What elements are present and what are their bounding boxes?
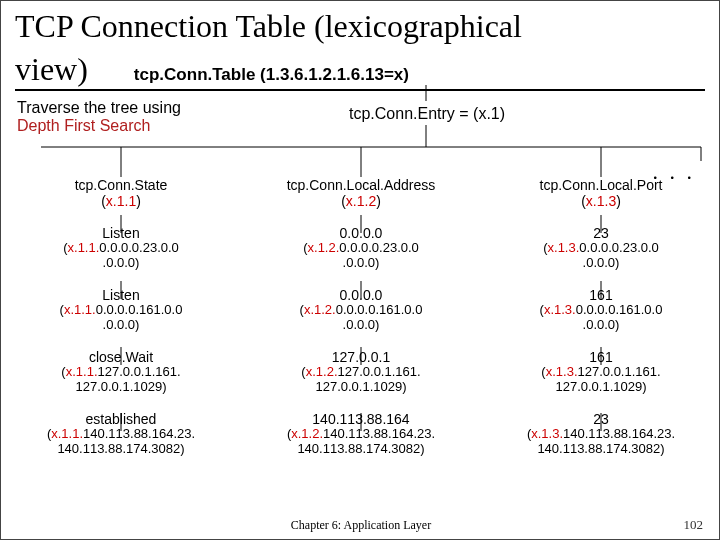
column-head-name: tcp.Conn.Local.Address	[241, 177, 481, 193]
node-oid: (x.1.2.0.0.0.0.23.0.0	[241, 241, 481, 256]
conn-entry-label: tcp.Conn.Entry = (x.1)	[349, 105, 505, 123]
node-oid-red: x.1.2.	[306, 364, 338, 379]
node-oid-cont: 140.113.88.174.3082)	[481, 442, 720, 457]
column-head-oid: (x.1.1)	[1, 193, 241, 209]
tree-node: 161(x.1.3.127.0.0.1.161.127.0.0.1.1029)	[481, 349, 720, 395]
node-oid: (x.1.3.0.0.0.0.161.0.0	[481, 303, 720, 318]
node-oid: (x.1.3.0.0.0.0.23.0.0	[481, 241, 720, 256]
node-value: 127.0.0.1	[241, 349, 481, 365]
node-oid-red: x.1.3.	[544, 302, 576, 317]
node-oid-cont: 140.113.88.174.3082)	[241, 442, 481, 457]
node-oid: (x.1.2.0.0.0.0.161.0.0	[241, 303, 481, 318]
tree-node: 23(x.1.3.140.113.88.164.23.140.113.88.17…	[481, 411, 720, 457]
node-oid-red: x.1.1.	[64, 302, 96, 317]
footer-text: Chapter 6: Application Layer	[1, 518, 720, 533]
node-oid-red: x.1.3.	[548, 240, 580, 255]
column-head-oid: (x.1.3)	[481, 193, 720, 209]
node-value: Listen	[1, 225, 241, 241]
traverse-note: Traverse the tree using Depth First Sear…	[17, 99, 181, 136]
column-2: tcp.Conn.Local.Port(x.1.3)23(x.1.3.0.0.0…	[481, 177, 720, 457]
slide-title-line2-prefix: view)	[15, 51, 88, 87]
node-oid-cont: .0.0.0)	[1, 318, 241, 333]
column-head-name: tcp.Conn.State	[1, 177, 241, 193]
node-oid: (x.1.1.127.0.0.1.161.	[1, 365, 241, 380]
node-oid-cont: 127.0.0.1.1029)	[481, 380, 720, 395]
node-oid-cont: 127.0.0.1.1029)	[241, 380, 481, 395]
node-value: established	[1, 411, 241, 427]
node-value: 140.113.88.164	[241, 411, 481, 427]
node-oid: (x.1.2.140.113.88.164.23.	[241, 427, 481, 442]
tree-node: established(x.1.1.140.113.88.164.23.140.…	[1, 411, 241, 457]
node-oid-cont: .0.0.0)	[481, 256, 720, 271]
node-oid-cont: 127.0.0.1.1029)	[1, 380, 241, 395]
node-oid: (x.1.1.0.0.0.0.161.0.0	[1, 303, 241, 318]
node-value: 161	[481, 349, 720, 365]
tree-node: 23(x.1.3.0.0.0.0.23.0.0.0.0.0)	[481, 225, 720, 271]
traverse-line2-dfs: Depth First Search	[17, 117, 181, 135]
node-oid-red: x.1.2.	[291, 426, 323, 441]
slide-title-line1: TCP Connection Table (lexicographical	[1, 1, 719, 44]
tree-node: 0.0.0.0(x.1.2.0.0.0.0.161.0.0.0.0.0)	[241, 287, 481, 333]
column-header: tcp.Conn.Local.Port(x.1.3)	[481, 177, 720, 209]
node-oid-red: x.1.1.	[68, 240, 100, 255]
node-oid: (x.1.2.127.0.0.1.161.	[241, 365, 481, 380]
node-value: 0.0.0.0	[241, 225, 481, 241]
column-head-oid-red: x.1.2	[346, 193, 376, 209]
node-value: 23	[481, 411, 720, 427]
columns-container: tcp.Conn.State(x.1.1)Listen(x.1.1.0.0.0.…	[1, 177, 720, 457]
node-oid-red: x.1.3.	[546, 364, 578, 379]
node-oid-cont: .0.0.0)	[241, 256, 481, 271]
tree-node: 0.0.0.0(x.1.2.0.0.0.0.23.0.0.0.0.0)	[241, 225, 481, 271]
node-oid-red: x.1.3.	[531, 426, 563, 441]
node-value: Listen	[1, 287, 241, 303]
table-oid-label: tcp.Conn.Table (1.3.6.1.2.1.6.13=x)	[96, 65, 409, 84]
traverse-line1: Traverse the tree using	[17, 99, 181, 117]
node-oid: (x.1.3.140.113.88.164.23.	[481, 427, 720, 442]
tree-node: 127.0.0.1(x.1.2.127.0.0.1.161.127.0.0.1.…	[241, 349, 481, 395]
slide: TCP Connection Table (lexicographical vi…	[0, 0, 720, 540]
slide-title-line2: view) tcp.Conn.Table (1.3.6.1.2.1.6.13=x…	[1, 44, 719, 87]
column-1: tcp.Conn.Local.Address(x.1.2)0.0.0.0(x.1…	[241, 177, 481, 457]
node-oid-cont: .0.0.0)	[241, 318, 481, 333]
node-oid: (x.1.3.127.0.0.1.161.	[481, 365, 720, 380]
node-oid-red: x.1.2.	[304, 302, 336, 317]
column-head-oid-red: x.1.3	[586, 193, 616, 209]
node-value: 0.0.0.0	[241, 287, 481, 303]
tree-node: 161(x.1.3.0.0.0.0.161.0.0.0.0.0)	[481, 287, 720, 333]
node-oid-red: x.1.2.	[308, 240, 340, 255]
node-oid-red: x.1.1.	[51, 426, 83, 441]
column-head-oid-red: x.1.1	[106, 193, 136, 209]
node-oid-cont: .0.0.0)	[481, 318, 720, 333]
tree-node: close.Wait(x.1.1.127.0.0.1.161.127.0.0.1…	[1, 349, 241, 395]
column-0: tcp.Conn.State(x.1.1)Listen(x.1.1.0.0.0.…	[1, 177, 241, 457]
node-oid: (x.1.1.140.113.88.164.23.	[1, 427, 241, 442]
tree-node: Listen(x.1.1.0.0.0.0.23.0.0.0.0.0)	[1, 225, 241, 271]
node-value: 23	[481, 225, 720, 241]
node-value: 161	[481, 287, 720, 303]
node-value: close.Wait	[1, 349, 241, 365]
column-header: tcp.Conn.Local.Address(x.1.2)	[241, 177, 481, 209]
page-number: 102	[684, 517, 704, 533]
node-oid-cont: 140.113.88.174.3082)	[1, 442, 241, 457]
node-oid-cont: .0.0.0)	[1, 256, 241, 271]
column-head-name: tcp.Conn.Local.Port	[481, 177, 720, 193]
title-divider	[15, 89, 705, 91]
column-head-oid: (x.1.2)	[241, 193, 481, 209]
tree-node: Listen(x.1.1.0.0.0.0.161.0.0.0.0.0)	[1, 287, 241, 333]
tree-node: 140.113.88.164(x.1.2.140.113.88.164.23.1…	[241, 411, 481, 457]
node-oid-red: x.1.1.	[66, 364, 98, 379]
node-oid: (x.1.1.0.0.0.0.23.0.0	[1, 241, 241, 256]
column-header: tcp.Conn.State(x.1.1)	[1, 177, 241, 209]
